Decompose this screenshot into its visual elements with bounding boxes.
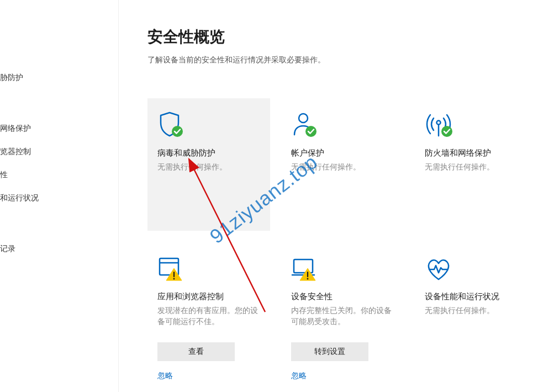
svg-rect-10 bbox=[294, 259, 313, 273]
sidebar-item-network[interactable]: 网络保护 bbox=[0, 117, 118, 140]
perf-icon bbox=[425, 252, 528, 283]
cards-grid: 病毒和威胁防护 无需执行任何操作。 帐户保护 无需执行任何操作。 bbox=[147, 98, 538, 392]
sidebar-item-label: 和运行状况 bbox=[0, 193, 39, 202]
svg-point-2 bbox=[305, 126, 317, 137]
card-device-security[interactable]: 设备安全性 内存完整性已关闭。你的设备可能易受攻击。 转到设置 忽略 bbox=[281, 242, 404, 392]
card-title: 帐户保护 bbox=[291, 148, 394, 158]
card-title: 防火墙和网络保护 bbox=[425, 148, 528, 158]
sidebar-item-history[interactable]: 记录 bbox=[0, 237, 118, 261]
ignore-link[interactable]: 忽略 bbox=[291, 371, 307, 381]
sidebar-item-label: 览器控制 bbox=[0, 147, 31, 156]
sidebar-item-security[interactable]: 性 bbox=[0, 163, 118, 187]
card-app-browser[interactable]: 应用和浏览器控制 发现潜在的有害应用。您的设备可能运行不佳。 查看 忽略 bbox=[147, 242, 270, 392]
card-title: 应用和浏览器控制 bbox=[157, 292, 260, 302]
card-title: 设备安全性 bbox=[291, 292, 394, 302]
card-firewall-network[interactable]: 防火墙和网络保护 无需执行任何操作。 bbox=[415, 98, 537, 231]
card-device-perf[interactable]: 设备性能和运行状况 无需执行任何操作。 bbox=[415, 242, 537, 392]
card-desc: 无需执行任何操作。 bbox=[291, 162, 394, 173]
svg-point-5 bbox=[441, 126, 452, 137]
page-title: 安全性概览 bbox=[147, 27, 538, 47]
sidebar-item-label: 胁防护 bbox=[0, 73, 23, 82]
card-actions: 转到设置 忽略 bbox=[291, 342, 394, 381]
page-subtitle: 了解设备当前的安全性和运行情况并采取必要操作。 bbox=[147, 55, 538, 65]
svg-point-12 bbox=[307, 278, 309, 280]
svg-point-1 bbox=[299, 114, 308, 123]
shield-check-icon bbox=[157, 108, 260, 139]
sidebar-item-browser[interactable]: 览器控制 bbox=[0, 140, 118, 163]
card-desc: 无需执行任何操作。 bbox=[425, 305, 528, 316]
svg-point-9 bbox=[173, 278, 175, 280]
view-button[interactable]: 查看 bbox=[157, 342, 235, 361]
account-check-icon bbox=[291, 108, 394, 139]
sidebar-item-label: 网络保护 bbox=[0, 124, 31, 133]
card-desc: 发现潜在的有害应用。您的设备可能运行不佳。 bbox=[157, 305, 260, 328]
card-desc: 无需执行任何操作。 bbox=[425, 162, 528, 173]
main-content: 安全性概览 了解设备当前的安全性和运行情况并采取必要操作。 病毒和威胁防护 无需… bbox=[119, 0, 538, 392]
goto-settings-button[interactable]: 转到设置 bbox=[291, 342, 368, 361]
sidebar: 胁防护 网络保护 览器控制 性 和运行状况 记录 bbox=[0, 0, 119, 392]
app-warn-icon bbox=[157, 252, 260, 283]
card-desc: 内存完整性已关闭。你的设备可能易受攻击。 bbox=[291, 305, 394, 328]
card-virus-threat[interactable]: 病毒和威胁防护 无需执行任何操作。 bbox=[147, 98, 270, 231]
card-desc: 无需执行任何操作。 bbox=[157, 162, 260, 173]
device-warn-icon bbox=[291, 252, 394, 283]
card-actions: 查看 忽略 bbox=[157, 342, 260, 381]
card-account-protection[interactable]: 帐户保护 无需执行任何操作。 bbox=[281, 98, 404, 231]
antenna-check-icon bbox=[425, 108, 528, 139]
sidebar-item-label: 记录 bbox=[0, 244, 15, 253]
sidebar-item-label: 性 bbox=[0, 170, 8, 179]
ignore-link[interactable]: 忽略 bbox=[157, 371, 173, 381]
card-title: 设备性能和运行状况 bbox=[425, 292, 528, 302]
card-title: 病毒和威胁防护 bbox=[157, 148, 260, 158]
sidebar-item-threat[interactable]: 胁防护 bbox=[0, 66, 118, 89]
sidebar-item-health[interactable]: 和运行状况 bbox=[0, 187, 118, 210]
svg-point-0 bbox=[172, 126, 183, 137]
